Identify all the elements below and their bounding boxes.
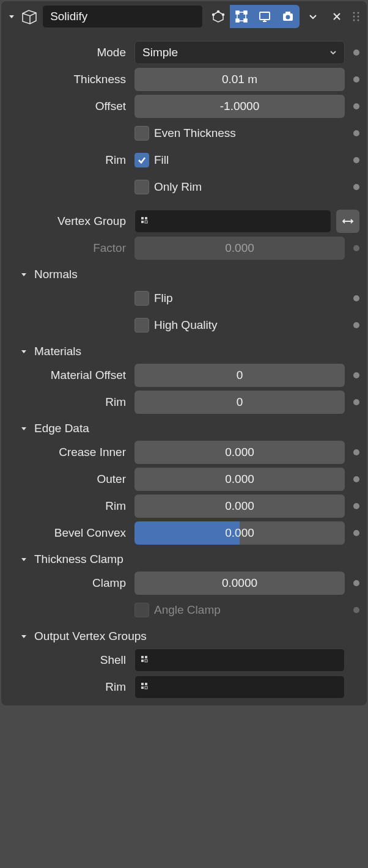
- shell-vg-input[interactable]: [134, 649, 345, 672]
- materials-subheader[interactable]: Materials: [1, 339, 367, 362]
- normals-subheader[interactable]: Normals: [1, 262, 367, 285]
- crease-inner-input[interactable]: 0.000: [134, 441, 345, 464]
- mode-select[interactable]: Simple: [134, 41, 345, 64]
- clamp-input[interactable]: 0.0000: [134, 572, 345, 595]
- svg-rect-25: [145, 660, 147, 662]
- modifier-header: [1, 1, 367, 32]
- expand-toggle[interactable]: [18, 346, 29, 357]
- svg-rect-24: [145, 656, 147, 658]
- fill-rim-checkbox[interactable]: [134, 153, 149, 167]
- crease-rim-label: Rim: [6, 499, 128, 513]
- even-thickness-checkbox[interactable]: [134, 126, 149, 141]
- rim-vg-input[interactable]: [134, 675, 345, 699]
- factor-input[interactable]: 0.000: [134, 237, 345, 260]
- modifier-name-input[interactable]: [42, 5, 203, 28]
- svg-point-15: [357, 12, 359, 14]
- svg-rect-27: [141, 686, 144, 689]
- drag-handle[interactable]: [350, 10, 362, 23]
- svg-point-0: [218, 11, 219, 13]
- svg-rect-19: [141, 221, 144, 223]
- svg-rect-5: [244, 11, 247, 14]
- svg-rect-28: [145, 683, 147, 685]
- animate-dot[interactable]: [353, 295, 359, 301]
- vertex-group-icon: [140, 655, 151, 666]
- bevel-convex-input[interactable]: 0.000: [134, 521, 345, 545]
- expand-toggle[interactable]: [18, 423, 29, 434]
- high-quality-checkbox[interactable]: [134, 318, 149, 333]
- fill-label: Fill: [154, 153, 169, 167]
- animate-dot[interactable]: [353, 76, 359, 83]
- animate-dot[interactable]: [353, 580, 359, 586]
- edge-data-subheader[interactable]: Edge Data: [1, 416, 367, 439]
- factor-label: Factor: [6, 241, 128, 255]
- extras-menu-button[interactable]: [303, 5, 323, 28]
- animate-dot[interactable]: [353, 322, 359, 328]
- vertex-group-icon: [140, 682, 151, 693]
- vertex-group-label: Vertex Group: [6, 215, 128, 228]
- output-vg-title: Output Vertex Groups: [34, 630, 147, 643]
- crease-rim-input[interactable]: 0.000: [134, 495, 345, 518]
- modifier-panel: Mode Simple Thickness 0.01 m Offset -1.0…: [1, 1, 367, 705]
- thickness-clamp-title: Thickness Clamp: [34, 553, 123, 566]
- expand-toggle[interactable]: [6, 10, 17, 23]
- vertex-group-input[interactable]: [134, 210, 331, 233]
- svg-rect-26: [141, 683, 144, 685]
- animate-dot[interactable]: [353, 103, 359, 109]
- flip-normals-checkbox[interactable]: [134, 291, 149, 306]
- animate-dot[interactable]: [353, 399, 359, 405]
- svg-rect-7: [244, 19, 247, 22]
- expand-toggle[interactable]: [18, 269, 29, 280]
- svg-point-11: [286, 15, 290, 20]
- vertex-group-invert-button[interactable]: [336, 210, 359, 233]
- display-mode-buttons: [207, 5, 300, 28]
- high-quality-label: High Quality: [154, 318, 218, 332]
- animate-dot[interactable]: [353, 130, 359, 136]
- materials-title: Materials: [34, 345, 81, 358]
- show-render-button[interactable]: [276, 5, 300, 28]
- svg-rect-23: [141, 660, 144, 662]
- animate-dot[interactable]: [353, 449, 359, 455]
- animate-dot[interactable]: [353, 50, 359, 56]
- thickness-clamp-subheader[interactable]: Thickness Clamp: [1, 546, 367, 570]
- animate-dot[interactable]: [353, 245, 359, 251]
- angle-clamp-checkbox[interactable]: [134, 603, 149, 617]
- svg-rect-4: [236, 11, 239, 14]
- crease-outer-label: Outer: [6, 473, 128, 486]
- chevron-down-icon: [329, 49, 337, 56]
- thickness-label: Thickness: [6, 73, 128, 86]
- material-offset-input[interactable]: 0: [134, 364, 345, 387]
- only-rim-label: Only Rim: [154, 180, 202, 194]
- rim-label: Rim: [6, 153, 128, 167]
- edge-data-title: Edge Data: [34, 422, 89, 435]
- expand-toggle[interactable]: [18, 554, 29, 565]
- animate-dot[interactable]: [353, 503, 359, 509]
- vertex-group-icon: [140, 216, 151, 227]
- show-editmode-button[interactable]: [230, 5, 253, 28]
- crease-outer-input[interactable]: 0.000: [134, 468, 345, 491]
- thickness-input[interactable]: 0.01 m: [134, 68, 345, 91]
- solidify-icon: [20, 6, 39, 27]
- offset-input[interactable]: -1.0000: [134, 95, 345, 118]
- material-rim-input[interactable]: 0: [134, 391, 345, 414]
- shell-label: Shell: [6, 653, 128, 667]
- animate-dot[interactable]: [353, 476, 359, 482]
- rim-vg-label: Rim: [6, 680, 128, 694]
- animate-dot[interactable]: [353, 530, 359, 536]
- show-vertex-button[interactable]: [207, 5, 230, 28]
- svg-rect-10: [285, 12, 290, 15]
- svg-rect-21: [145, 221, 147, 223]
- animate-dot[interactable]: [353, 157, 359, 163]
- animate-dot[interactable]: [353, 372, 359, 378]
- svg-point-14: [353, 20, 355, 21]
- output-vg-subheader[interactable]: Output Vertex Groups: [1, 623, 367, 647]
- delete-modifier-button[interactable]: [327, 5, 347, 28]
- only-rim-checkbox[interactable]: [134, 180, 149, 194]
- animate-dot[interactable]: [353, 184, 359, 190]
- even-thickness-label: Even Thickness: [154, 127, 236, 140]
- svg-point-13: [353, 16, 355, 18]
- expand-toggle[interactable]: [18, 631, 29, 642]
- animate-dot[interactable]: [353, 607, 359, 613]
- svg-point-12: [353, 12, 355, 14]
- svg-rect-8: [260, 12, 270, 20]
- show-viewport-button[interactable]: [253, 5, 276, 28]
